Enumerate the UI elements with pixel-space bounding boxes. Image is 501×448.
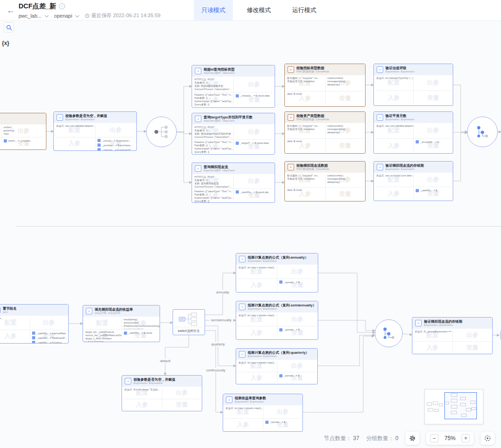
node-fill-cashflow-yield[interactable]: ≡填充模拟现金流的收益率scipy计算: interp1Fill配置出参入参变量… (83, 305, 160, 342)
zoom-level: 75% (443, 435, 457, 442)
search-button[interactable] (4, 22, 14, 32)
variables-badge[interactable]: {x} (2, 40, 9, 46)
config-line: 失败处理方式: exception (287, 80, 323, 83)
config-line: 名称: 查询模拟现金流 (194, 182, 231, 185)
tab-readonly-mode[interactable]: 只读模式 (194, 0, 233, 20)
node-header: fx校验资产类型数据PWC数据校验: CheckRule (285, 112, 365, 123)
config-line: code(number) (328, 174, 363, 177)
output-var-icon (32, 336, 35, 339)
output-mapping: _cashFlo... = TotalCashF... (37, 337, 67, 339)
node-header: ≡校验参数是否为空，并赋值Expression: Expression (54, 112, 136, 123)
node-formula-quarterly[interactable]: ≡组装计算点差的公式（复利-quarterly）Expression: Expr… (236, 348, 318, 384)
config-line: data(array) (328, 181, 363, 184)
node-check-params[interactable]: ≡校验参数是否为空，并赋值Expression: Expression配置出参入… (53, 111, 137, 151)
api-select[interactable]: openapi (54, 13, 72, 19)
settings-button[interactable] (405, 432, 419, 445)
minimap-node (427, 403, 432, 406)
output-row: _purchas... = $.purchase... (97, 143, 134, 148)
config-line: target_list: _cashFlowList (85, 331, 119, 334)
node-assemble-yield-query-params[interactable]: ≡组装收益率查询参数Expression: Expression配置出参入参变量… (223, 394, 303, 432)
node-http-query-indicator-type[interactable]: ≡根据id查询指标类型httpClient插件: HttpClient配置出参入… (192, 65, 275, 108)
node-split-gateway[interactable] (146, 117, 177, 147)
node-verify-cashflow-duration-bottom[interactable]: ≡验证模拟现金流的存续期Expression: Expression配置出参入参… (412, 317, 493, 354)
config-line: 名称: 查询targetType并找到平滑... (194, 132, 231, 136)
node-verify-cashflow-duration-top[interactable]: ≡验证模拟现金流的存续期Expression: Expression配置出参入参… (373, 161, 453, 201)
output-row: _cashFlo... = $.result.dat... (236, 190, 272, 195)
gear-icon (409, 435, 416, 442)
zoom-out-button[interactable]: − (430, 434, 438, 442)
node-verify-valuation-rating[interactable]: ≡验证估值评级Expression: Expression配置出参入参变量表达式… (373, 64, 453, 106)
info-icon[interactable]: i (59, 3, 65, 9)
node-formula-semiannually[interactable]: ≡组装计算点差的公式（复利-semiannually）Expression: E… (236, 301, 318, 340)
node-formula-annually[interactable]: ≡组装计算点差的公式（复利-annually）Expression: Expre… (236, 253, 318, 292)
fit-view-button[interactable] (481, 432, 495, 445)
node-http-query-cashflow[interactable]: ≡查询模拟现金流httpClient插件: HttpClient配置出参入参变量… (192, 162, 275, 203)
config-line: 验证规则: [ { "required": tru... (287, 124, 323, 128)
node-check-cashflow-data[interactable]: fx校验模拟现金流数据PWC数据校验: CheckRule配置出参入参变量验证规… (284, 161, 366, 201)
module-icon: ≡ (195, 116, 201, 122)
config-line: Headers: [{"valueType":"Text","n... (194, 190, 231, 193)
node-title: 查询模拟现金流 (204, 165, 235, 169)
output-row: _cashFlo... = $... (416, 188, 450, 193)
config-line: umber) (4, 126, 44, 129)
config-line: Path参数: [] (194, 144, 231, 147)
node-set-field-name[interactable]: ≡置字段名sion配置出参入参变量Rate =..._cashFlo... = … (0, 304, 69, 344)
output-row: _spread... = $ (279, 280, 315, 285)
config-line: Query参数: [] (194, 150, 231, 154)
output-mapping: _purchas... = $.purchase... (102, 144, 132, 147)
node-check-asset-type-data[interactable]: fx校验资产类型数据PWC数据校验: CheckRule配置出参入参变量验证规则… (284, 111, 366, 154)
module-icon: ≡ (195, 68, 201, 74)
node-subtitle: Expression: Expression (235, 400, 266, 403)
output-mapping: _spread... = $ (284, 328, 300, 331)
node-verify-smooth-months[interactable]: ≡验证平滑月数Expression: Expression配置出参入参变量表达式… (373, 111, 453, 154)
config-line: HTTP方法: POST (194, 175, 231, 179)
node-header: ≡查询targetType并找到平滑月数httpClient插件: HttpCl… (192, 113, 275, 124)
output-var-icon (97, 148, 101, 150)
config-line: Authorization: [{"name":"authTyp... (194, 147, 231, 150)
workspace-select[interactable]: pwc_lab... (19, 13, 42, 19)
tab-edit-mode[interactable]: 修改模式 (239, 0, 278, 20)
config-line: data: $.result (287, 92, 323, 96)
node-header: ≡根据id查询指标类型httpClient插件: HttpClient (192, 65, 275, 77)
minimap[interactable] (424, 389, 483, 424)
output-mapping: _indicato... = $.IndicatorT... (102, 149, 133, 151)
node-merge-gateway-top[interactable] (467, 117, 498, 147)
output-row: _indicato... = $.result.data (236, 93, 272, 98)
config-line: Headers: [{"valueType":"Text","n... (194, 93, 231, 97)
back-button[interactable]: ← (5, 4, 17, 16)
node-merge-gateway-bottom[interactable] (375, 319, 403, 347)
zoom-in-button[interactable]: + (462, 434, 470, 442)
node-check-indicator-type-data[interactable]: fx校验指标类型数据PWC数据校验: CheckRule配置出参入参变量验证规则… (284, 64, 366, 107)
minimap-viewport[interactable] (444, 392, 477, 419)
node-switch-branch[interactable]: switch流程分支 (173, 309, 205, 335)
config-line: data: $.result (287, 188, 323, 192)
config-line: ge(string) (4, 129, 44, 132)
node-subtitle: Expression: Expression (248, 307, 315, 311)
merge-gateway-icon (381, 325, 397, 341)
node-title: 验证模拟现金流的存续期 (424, 319, 462, 324)
branch-label-semiannually: semiannually (210, 318, 233, 322)
output-var-icon (32, 331, 35, 335)
node-param-output[interactable]: fx配置出参入参变量umber)ge(string)rray)vestm... … (0, 113, 46, 150)
clock-icon (85, 13, 90, 18)
branch-label-annually: annually (215, 290, 231, 294)
node-header: ≡验证模拟现金流的存续期Expression: Expression (374, 162, 453, 173)
output-mapping: _cashFlo... = $.result (128, 331, 152, 334)
node-http-query-targettype[interactable]: ≡查询targetType并找到平滑月数httpClient插件: HttpCl… (192, 113, 275, 155)
switch-branch-icon (179, 312, 199, 326)
config-line: 失败重试: 0 (194, 81, 231, 84)
config-line: HTTP方法: POST (194, 126, 231, 129)
node-subtitle: Expression: Expression (385, 70, 415, 73)
node-header: ≡组装计算点差的公式（复利-annually）Expression: Expre… (236, 253, 318, 265)
config-line: x_field: Duration (85, 340, 119, 342)
module-icon: ≡ (226, 396, 232, 403)
node-check-params-default[interactable]: ≡校验参数是否为空，并赋值Expression: Expression配置出参入… (122, 375, 202, 411)
config-line: data(array) (328, 83, 363, 86)
node-header: ≡置字段名sion (0, 305, 68, 316)
config-line: Headers: [{"valueType":"Text","n... (194, 141, 231, 144)
config-line: ConnectTimeout: {"description"... (194, 136, 231, 139)
node-title: 验证平滑月数 (385, 114, 415, 118)
tab-run-mode[interactable]: 运行模式 (285, 0, 324, 20)
output-mapping: _compo... = $.compoun... (102, 139, 131, 142)
output-row: _spread... = $ (279, 373, 315, 378)
